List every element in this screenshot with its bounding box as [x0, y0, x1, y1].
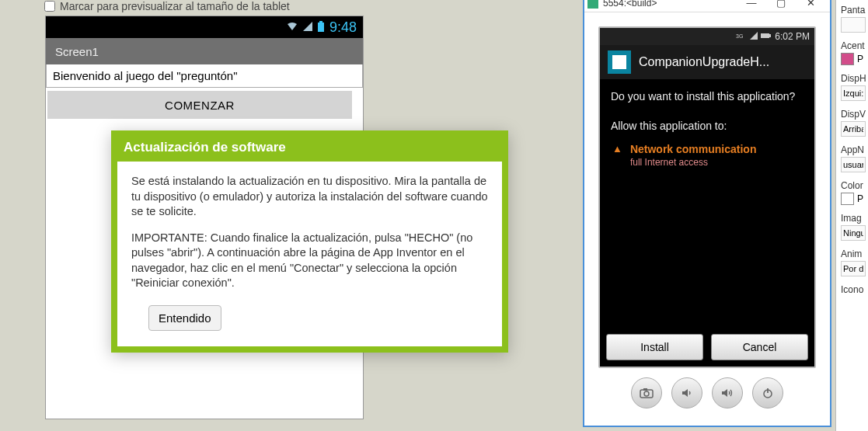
- android-3g-icon: 3G: [736, 32, 747, 41]
- tablet-preview-label: Marcar para previsualizar al tamaño de l…: [60, 0, 290, 12]
- entendido-button[interactable]: Entendido: [148, 305, 221, 331]
- close-button[interactable]: ✕: [796, 0, 825, 9]
- prop-anim-label: Anim: [841, 249, 863, 259]
- screen-title-bar: Screen1: [46, 38, 363, 64]
- bg-color-swatch[interactable]: [841, 193, 854, 205]
- prop-color-value: P: [857, 193, 863, 204]
- comenzar-button[interactable]: COMENZAR: [47, 91, 352, 119]
- install-header: CompanionUpgradeH...: [600, 45, 814, 79]
- power-icon[interactable]: [752, 377, 783, 408]
- cancel-button[interactable]: Cancel: [711, 334, 808, 360]
- apk-icon: [608, 50, 631, 74]
- screen-title: Screen1: [55, 45, 99, 58]
- svg-rect-7: [643, 388, 647, 391]
- prop-anim-input[interactable]: [841, 261, 866, 276]
- volume-up-icon[interactable]: [712, 377, 743, 408]
- prop-icon-label: Icono: [841, 284, 863, 295]
- install-body: Do you want to install this application?…: [600, 79, 814, 168]
- svg-point-6: [644, 391, 649, 396]
- install-question: Do you want to install this application?: [611, 90, 804, 103]
- statusbar-clock: 9:48: [329, 19, 357, 36]
- prop-image-label: Imag: [841, 213, 863, 224]
- maximize-button[interactable]: ▢: [766, 0, 796, 9]
- allow-label: Allow this application to:: [611, 120, 804, 132]
- svg-rect-1: [319, 21, 322, 23]
- android-battery-icon: [761, 32, 772, 41]
- android-statusbar: 3G 6:02 PM: [600, 28, 814, 45]
- dialog-body: Se está instalando la actualización en t…: [117, 162, 502, 346]
- permission-row: ▲ Network communication full Internet ac…: [612, 143, 804, 168]
- prop-disph-label: DispH: [841, 73, 863, 84]
- warning-icon: ▲: [612, 143, 622, 155]
- accent-color-swatch[interactable]: [841, 53, 854, 65]
- prop-accent-label: Acent: [841, 40, 863, 51]
- permission-title: Network communication: [630, 143, 757, 155]
- volume-down-icon[interactable]: [671, 377, 702, 408]
- prop-image-input[interactable]: [841, 225, 866, 241]
- signal-icon: [303, 22, 312, 33]
- svg-text:3G: 3G: [736, 33, 743, 39]
- svg-rect-4: [769, 34, 771, 37]
- tablet-preview-checkbox[interactable]: [44, 1, 55, 12]
- install-button-row: Install Cancel: [606, 334, 808, 360]
- android-frame: 3G 6:02 PM CompanionUpgradeH... Do you w…: [598, 26, 816, 368]
- prop-appname-input[interactable]: [841, 157, 866, 172]
- battery-icon: [317, 21, 325, 34]
- emulator-screen-area: 3G 6:02 PM CompanionUpgradeH... Do you w…: [584, 12, 830, 408]
- prop-pantalla-input[interactable]: [841, 17, 866, 33]
- dialog-title: Actualización de software: [117, 137, 502, 162]
- software-update-dialog: Actualización de software Se está instal…: [111, 130, 508, 353]
- apk-name: CompanionUpgradeH...: [639, 55, 769, 69]
- svg-rect-0: [318, 23, 324, 32]
- dialog-paragraph-2: IMPORTANTE: Cuando finalice la actualiza…: [131, 231, 488, 291]
- android-signal-icon: [750, 32, 758, 41]
- emulator-favicon: [587, 0, 598, 9]
- prop-color-label: Color: [841, 180, 863, 191]
- emulator-controls: [598, 368, 816, 408]
- prop-dispv-label: DispV: [841, 109, 863, 120]
- prop-dispv-input[interactable]: [841, 121, 866, 137]
- emulator-titlebar: 5554:<build> — ▢ ✕: [584, 0, 830, 12]
- phone-statusbar: 9:48: [46, 16, 363, 38]
- prop-disph-input[interactable]: [841, 85, 866, 101]
- welcome-label: Bienvenido al juego del "preguntón": [46, 64, 363, 88]
- wifi-icon: [286, 22, 298, 33]
- tablet-preview-row: Marcar para previsualizar al tamaño de l…: [44, 0, 290, 12]
- dialog-paragraph-1: Se está instalando la actualización en t…: [131, 174, 488, 220]
- app-body: Bienvenido al juego del "preguntón" COME…: [46, 64, 363, 119]
- permission-subtitle: full Internet access: [630, 157, 757, 168]
- prop-accent-value: P: [857, 54, 863, 64]
- android-clock: 6:02 PM: [775, 31, 810, 42]
- prop-pantalla-label: Panta: [841, 5, 863, 16]
- prop-appname-label: AppN: [841, 144, 863, 155]
- emulator-window: 5554:<build> — ▢ ✕ 3G 6:02 PM CompanionU…: [583, 0, 831, 427]
- camera-icon[interactable]: [631, 377, 662, 408]
- svg-rect-3: [761, 33, 769, 38]
- properties-panel: Panta Acent P DispH DispV AppN Color P I…: [835, 0, 868, 431]
- emulator-window-title: 5554:<build>: [603, 0, 737, 9]
- minimize-button[interactable]: —: [737, 0, 766, 9]
- install-button[interactable]: Install: [606, 334, 703, 360]
